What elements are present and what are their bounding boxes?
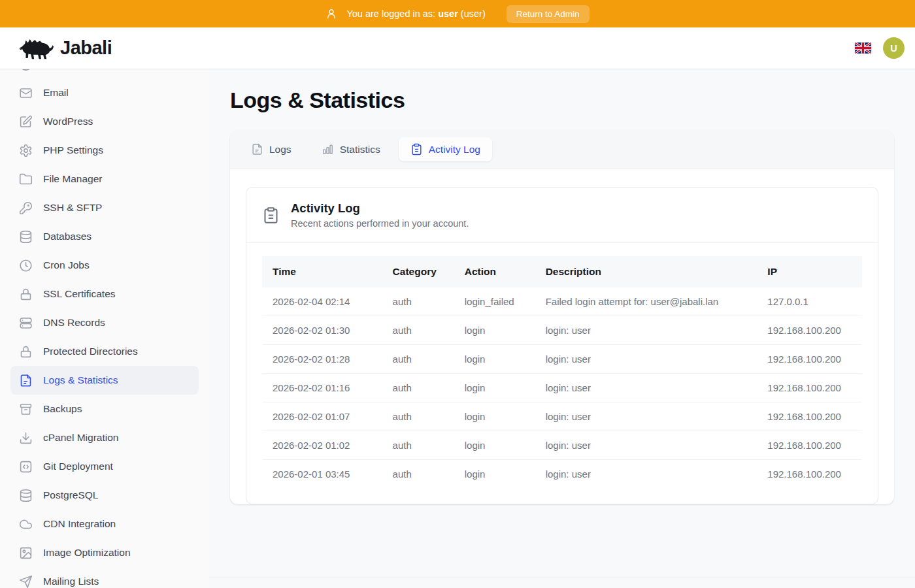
send-icon (19, 575, 33, 588)
lock-icon (19, 287, 33, 301)
logged-in-role: (user) (461, 8, 486, 19)
tab[interactable]: Activity Log (399, 137, 492, 161)
clock-icon (19, 259, 33, 272)
activity-log-header: Activity Log Recent actions performed in… (246, 188, 878, 243)
database-icon (19, 489, 33, 502)
sidebar-item[interactable]: WordPress (10, 107, 199, 136)
cell-category: auth (382, 316, 454, 345)
main-content: Logs & Statistics Logs Statistics (209, 69, 915, 588)
return-to-admin-button[interactable]: Return to Admin (507, 5, 590, 23)
archive-icon (19, 402, 33, 416)
activity-table: Time Category Action Description IP (262, 256, 862, 488)
user-avatar[interactable]: U (883, 37, 905, 59)
folder-icon (19, 172, 33, 186)
cell-category: auth (382, 402, 454, 431)
sidebar-item-label: Email (43, 87, 69, 99)
cell-description: login: user (535, 402, 757, 431)
sidebar-item[interactable]: Git Deployment (10, 452, 199, 481)
lock-icon (19, 345, 33, 359)
cell-time: 2026-02-04 02:14 (262, 287, 382, 316)
sidebar-item-label: Cron Jobs (43, 259, 90, 271)
footer-divider (209, 578, 915, 578)
sidebar-item-label: CDN Integration (43, 518, 116, 530)
sidebar-item[interactable]: Mailing Lists (10, 567, 199, 588)
sidebar-item[interactable]: Protected Directories (10, 337, 199, 366)
cell-ip: 192.168.100.200 (757, 316, 862, 345)
sidebar-item[interactable]: SSL Certificates (10, 280, 199, 308)
table-column-header: IP (757, 256, 862, 287)
server-icon (19, 316, 33, 330)
database-icon (19, 230, 33, 244)
sidebar-item[interactable]: Cron Jobs (10, 251, 199, 280)
edit-icon (19, 115, 33, 129)
sidebar-item-label: Image Optimization (43, 547, 131, 559)
globe-icon (19, 69, 33, 71)
cell-action: login (454, 402, 535, 431)
table-row: 2026-02-02 01:02 auth login login: user … (262, 431, 862, 460)
cell-time: 2026-02-02 01:02 (262, 431, 382, 460)
sidebar-item-label: SSL Certificates (43, 288, 116, 300)
gear-icon (19, 144, 33, 157)
sidebar-item[interactable]: cPanel Migration (10, 423, 199, 452)
sidebar-item[interactable]: Databases (10, 222, 199, 251)
tab-label: Logs (269, 144, 291, 155)
tab-strip: Logs Statistics Activity Log (230, 131, 894, 169)
file-text-icon (19, 374, 33, 387)
brand[interactable]: Jabali (18, 36, 112, 61)
cell-ip: 192.168.100.200 (757, 345, 862, 374)
image-icon (19, 546, 33, 560)
sidebar-item-label: Protected Directories (43, 346, 138, 357)
table-column-header: Action (454, 256, 535, 287)
sidebar-item[interactable]: DNS Records (10, 308, 199, 337)
cell-action: login (454, 345, 535, 374)
sidebar-item[interactable] (10, 69, 199, 78)
clipboard-icon (410, 143, 423, 155)
sidebar-item-label: SSH & SFTP (43, 202, 102, 214)
sidebar-item-label: Databases (43, 231, 92, 242)
sidebar-item-label: PHP Settings (43, 144, 103, 156)
table-row: 2026-02-04 02:14 auth login_failed Faile… (262, 287, 862, 316)
clipboard-icon (262, 206, 280, 224)
cell-description: Failed login attempt for: user@jabali.la… (535, 287, 757, 316)
sidebar-item[interactable]: Backups (10, 395, 199, 423)
sidebar-item[interactable]: PHP Settings (10, 136, 199, 165)
cell-category: auth (382, 431, 454, 460)
brand-name: Jabali (60, 37, 112, 59)
sidebar-item[interactable]: Email (10, 78, 199, 107)
logs-card: Logs Statistics Activity Log (230, 131, 894, 504)
cell-description: login: user (535, 374, 757, 402)
mail-icon (19, 86, 33, 100)
cell-category: auth (382, 374, 454, 402)
sidebar-item[interactable]: CDN Integration (10, 510, 199, 538)
code-icon (19, 460, 33, 474)
sidebar-item[interactable]: Image Optimization (10, 538, 199, 567)
bar-chart-icon (322, 143, 334, 155)
tab[interactable]: Logs (239, 137, 303, 161)
uk-flag-icon[interactable] (855, 42, 871, 54)
table-row: 2026-02-02 01:30 auth login login: user … (262, 316, 862, 345)
tab[interactable]: Statistics (310, 137, 392, 161)
user-icon (325, 8, 337, 20)
sidebar-item[interactable]: SSH & SFTP (10, 193, 199, 222)
sidebar-item-label: Backups (43, 403, 82, 415)
cell-action: login (454, 460, 535, 489)
cell-description: login: user (535, 345, 757, 374)
table-row: 2026-02-02 01:28 auth login login: user … (262, 345, 862, 374)
table-row: 2026-02-02 01:16 auth login login: user … (262, 374, 862, 402)
cell-description: login: user (535, 460, 757, 489)
app-header: Jabali U (0, 27, 915, 69)
activity-log-title: Activity Log (291, 201, 469, 216)
activity-log-subtitle: Recent actions performed in your account… (291, 218, 469, 229)
sidebar-item[interactable]: Logs & Statistics (10, 366, 199, 395)
sidebar-item-label: Git Deployment (43, 461, 113, 472)
sidebar-item-label: Mailing Lists (43, 576, 99, 587)
cell-time: 2026-02-02 01:16 (262, 374, 382, 402)
cell-description: login: user (535, 431, 757, 460)
sidebar-item-label: PostgreSQL (43, 489, 98, 501)
table-column-header: Category (382, 256, 454, 287)
cell-ip: 127.0.0.1 (757, 287, 862, 316)
sidebar-item[interactable]: PostgreSQL (10, 481, 199, 510)
sidebar-item[interactable]: File Manager (10, 165, 199, 193)
download-icon (19, 431, 33, 445)
page-title: Logs & Statistics (230, 88, 894, 113)
